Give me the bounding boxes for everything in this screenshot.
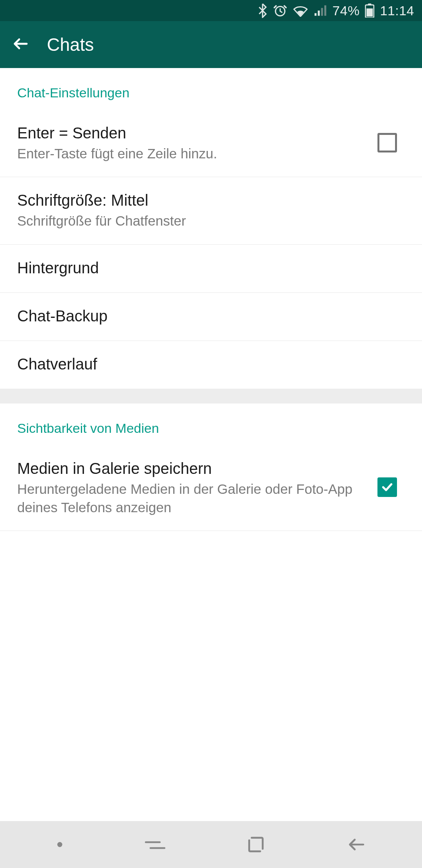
- setting-save-media[interactable]: Medien in Galerie speichern Heruntergela…: [0, 445, 422, 531]
- setting-text: Hintergrund: [17, 257, 405, 278]
- setting-title: Enter = Senden: [17, 122, 377, 143]
- setting-text: Enter = Senden Enter-Taste fügt eine Zei…: [17, 122, 377, 163]
- setting-wallpaper[interactable]: Hintergrund: [0, 245, 422, 293]
- settings-content: Chat-Einstellungen Enter = Senden Enter-…: [0, 68, 422, 821]
- setting-text: Medien in Galerie speichern Heruntergela…: [17, 458, 377, 517]
- setting-title: Hintergrund: [17, 257, 405, 278]
- status-bar: 74% 11:14: [0, 0, 422, 21]
- setting-font-size[interactable]: Schriftgröße: Mittel Schriftgröße für Ch…: [0, 177, 422, 244]
- signal-icon: [314, 5, 327, 16]
- battery-percentage: 74%: [333, 3, 360, 18]
- setting-title: Medien in Galerie speichern: [17, 458, 377, 479]
- wifi-icon: [293, 4, 308, 17]
- setting-enter-send[interactable]: Enter = Senden Enter-Taste fügt eine Zei…: [0, 110, 422, 177]
- back-arrow-icon[interactable]: [12, 35, 30, 54]
- checkbox-unchecked-icon[interactable]: [377, 133, 397, 152]
- setting-text: Chat-Backup: [17, 305, 405, 326]
- setting-title: Chatverlauf: [17, 353, 405, 375]
- section-divider: [0, 389, 422, 404]
- section-header-media-visibility: Sichtbarkeit von Medien: [0, 404, 422, 445]
- nav-home-icon[interactable]: [247, 836, 265, 853]
- app-bar: Chats: [0, 21, 422, 68]
- setting-subtitle: Enter-Taste fügt eine Zeile hinzu.: [17, 144, 377, 163]
- svg-rect-3: [367, 9, 373, 17]
- page-title: Chats: [47, 34, 94, 55]
- setting-subtitle: Schriftgröße für Chatfenster: [17, 212, 405, 230]
- clock-time: 11:14: [380, 3, 414, 18]
- setting-subtitle: Heruntergeladene Medien in der Galerie o…: [17, 480, 377, 517]
- bluetooth-icon: [257, 3, 268, 18]
- nav-recents-icon[interactable]: [145, 836, 166, 853]
- nav-back-icon[interactable]: [346, 837, 366, 852]
- checkbox-checked-icon[interactable]: [377, 477, 397, 497]
- svg-point-4: [57, 842, 62, 847]
- android-nav-bar: [0, 821, 422, 868]
- setting-text: Chatverlauf: [17, 353, 405, 375]
- setting-chat-backup[interactable]: Chat-Backup: [0, 293, 422, 341]
- setting-title: Schriftgröße: Mittel: [17, 190, 405, 211]
- alarm-icon: [273, 4, 287, 18]
- nav-dot-icon[interactable]: [57, 841, 63, 848]
- section-header-chat-settings: Chat-Einstellungen: [0, 68, 422, 110]
- setting-title: Chat-Backup: [17, 305, 405, 326]
- battery-icon: [365, 4, 374, 18]
- setting-chat-history[interactable]: Chatverlauf: [0, 341, 422, 389]
- svg-rect-2: [368, 4, 372, 5]
- setting-text: Schriftgröße: Mittel Schriftgröße für Ch…: [17, 190, 405, 230]
